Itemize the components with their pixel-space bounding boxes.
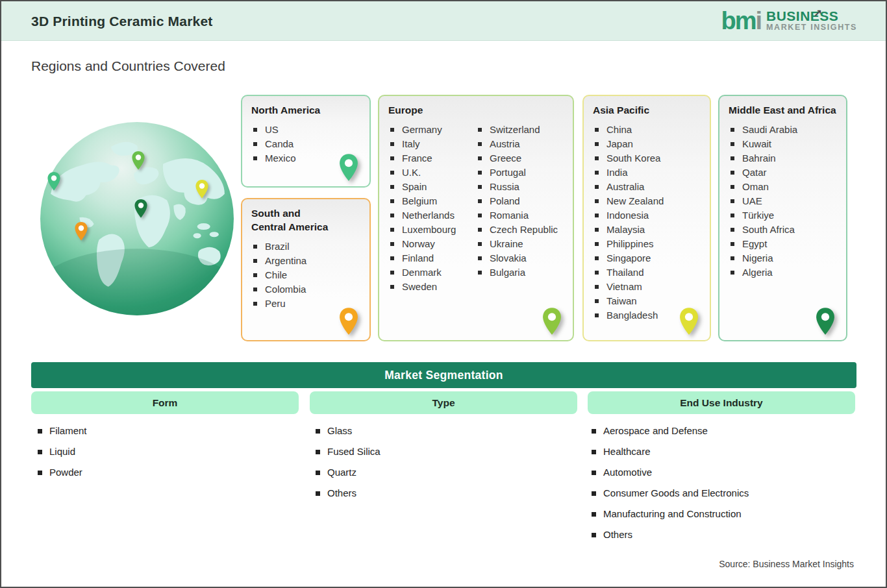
country-list-col2: SwitzerlandAustriaGreecePortugalRussiaPo… [476,123,564,294]
country-item: Malaysia [593,223,701,237]
country-item: Portugal [476,165,564,180]
country-item: Oman [729,180,837,194]
country-item: Finland [388,251,476,265]
segment-list-type: GlassFused SilicaQuartzOthers [313,424,381,507]
country-item: South Africa [729,223,837,237]
country-item: Qatar [729,165,837,180]
map-pin-icon [542,307,562,336]
logo-line1: BUSINESS [766,9,857,23]
country-list: ChinaJapanSouth KoreaIndiaAustraliaNew Z… [593,123,701,323]
country-item: UAE [729,194,837,208]
country-item: Romania [476,208,564,223]
country-item: Canda [251,137,360,151]
segment-item: Consumer Goods and Electronics [589,486,749,507]
segment-list-form: FilamentLiquidPowder [35,424,87,486]
infographic-frame: 3D Printing Ceramic Market bmi ↗ BUSINES… [0,0,887,588]
country-item: Slovakia [476,251,564,265]
country-item: Vietnam [593,280,701,294]
segment-item: Others [589,528,749,548]
country-item: Chile [251,268,360,282]
country-item: Greece [476,151,564,165]
country-item: Germany [388,123,476,137]
country-item: Austria [476,137,564,151]
map-pin-icon [338,307,359,336]
country-item: Italy [388,137,476,151]
country-item: Kuwait [729,137,837,151]
logo-arrow-icon: ↗ [814,7,822,19]
logo-mark-bm: bm [721,7,755,34]
segment-item: Quartz [313,465,381,486]
country-item: Switzerland [476,123,564,137]
segment-list-end-use-industry: Aerospace and DefenseHealthcareAutomotiv… [589,424,749,548]
map-pin-icon [338,153,359,182]
country-item: Singapore [593,251,701,265]
logo-mark: bmi [721,6,761,36]
segment-item: Filament [35,424,87,445]
segment-item: Healthcare [589,445,749,465]
region-title: Middle East and Africa [729,103,837,117]
country-item: China [593,123,701,137]
country-list-col1: GermanyItalyFranceU.K.SpainBelgiumNether… [388,123,476,294]
country-item: Denmark [388,265,476,280]
country-item: Australia [593,180,701,194]
country-item: Philippines [593,237,701,251]
country-item: Spain [388,180,476,194]
globe-pin-asia [195,179,209,199]
logo-line2: MARKET INSIGHTS [766,23,857,32]
region-card-europe: Europe GermanyItalyFranceU.K.SpainBelgiu… [378,95,574,341]
country-item: Japan [593,137,701,151]
map-pin-icon [815,307,836,336]
country-item: Algeria [729,265,837,280]
country-list: BrazilArgentinaChileColombiaPeru [251,239,360,311]
country-item: Sweden [388,280,476,294]
region-title: Asia Pacific [593,103,701,117]
country-item: US [251,123,360,137]
country-item: Norway [388,237,476,251]
region-card-north-america: North America USCandaMexico [241,95,371,188]
region-card-asia-pacific: Asia Pacific ChinaJapanSouth KoreaIndiaA… [582,95,711,341]
region-card-south-central-america: South and Central America BrazilArgentin… [241,198,371,341]
globe-pin-europe [131,151,145,171]
segment-header-type: Type [310,391,577,414]
globe-pin-south-america [74,221,88,241]
country-item: Brazil [251,239,360,254]
brand-logo: bmi ↗ BUSINESS MARKET INSIGHTS [721,6,857,36]
country-item: Bahrain [729,151,837,165]
country-item: Colombia [251,282,360,297]
country-item: Ukraine [476,237,564,251]
logo-mark-i: i [755,7,761,34]
country-item: Czech Republic [476,223,564,237]
map-pin-icon [679,307,699,336]
country-item: Luxembourg [388,223,476,237]
country-item: Russia [476,180,564,194]
region-title: North America [251,103,360,117]
country-item: U.K. [388,165,476,180]
country-item: South Korea [593,151,701,165]
country-item: Indonesia [593,208,701,223]
country-item: Nigeria [729,251,837,265]
source-note: Source: Business Market Insights [719,559,854,569]
country-item: Thailand [593,265,701,280]
section-title: Regions and Countries Covered [31,58,225,74]
country-item: Taiwan [593,294,701,308]
country-item: Egypt [729,237,837,251]
region-title: Europe [388,103,564,117]
logo-text: BUSINESS MARKET INSIGHTS [766,9,857,32]
globe-illustration [39,121,235,317]
country-item: Netherlands [388,208,476,223]
page-title: 3D Printing Ceramic Market [31,14,212,29]
country-item: France [388,151,476,165]
region-card-middle-east-africa: Middle East and Africa Saudi ArabiaKuwai… [718,95,847,341]
country-item: Bulgaria [476,265,564,280]
header-bar: 3D Printing Ceramic Market bmi ↗ BUSINES… [1,1,886,41]
segment-item: Fused Silica [313,445,381,465]
globe-pin-north-america [47,171,61,191]
country-item: Poland [476,194,564,208]
segment-item: Powder [35,465,87,486]
country-list: Saudi ArabiaKuwaitBahrainQatarOmanUAETür… [729,123,837,280]
segmentation-banner: Market Segmentation [31,362,856,388]
segment-item: Aerospace and Defense [589,424,749,445]
segment-header-end-use-industry: End Use Industry [588,391,855,414]
country-item: New Zealand [593,194,701,208]
country-item: India [593,165,701,180]
